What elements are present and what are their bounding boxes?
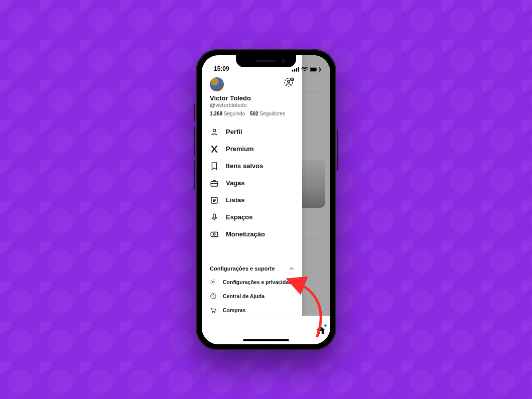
svg-rect-13 — [213, 214, 216, 218]
profile-handle[interactable]: @victorbtoledo — [210, 102, 295, 108]
svg-point-15 — [213, 233, 215, 235]
phone-screen: 15:09 — [202, 55, 330, 344]
navigation-drawer: Victor Toledo @victorbtoledo 1.268 Segui… — [202, 55, 302, 344]
phone-front-camera — [282, 59, 285, 63]
following-label: Seguindo — [224, 111, 245, 116]
followers-count: 502 — [250, 111, 258, 116]
status-right-icons — [292, 67, 321, 72]
home-icon — [315, 329, 326, 337]
svg-rect-3 — [298, 67, 299, 71]
add-account-icon — [284, 77, 295, 90]
submenu-purchases[interactable]: Compras — [210, 303, 295, 317]
money-icon — [210, 230, 219, 239]
menu-item-jobs[interactable]: Vagas — [210, 175, 295, 192]
bookmark-icon — [210, 162, 219, 171]
svg-rect-1 — [294, 69, 295, 71]
svg-point-16 — [212, 281, 214, 283]
menu-label: Premium — [226, 145, 254, 153]
menu-label: Itens salvos — [226, 162, 263, 170]
followers-label: Seguidores — [260, 111, 286, 116]
briefcase-icon — [210, 179, 219, 188]
svg-point-18 — [213, 297, 214, 298]
svg-rect-14 — [211, 232, 218, 236]
x-logo-icon — [210, 145, 219, 154]
svg-rect-6 — [320, 68, 321, 70]
microphone-icon — [210, 213, 219, 222]
followers-stat[interactable]: 502 Seguidores — [250, 111, 285, 116]
notification-dot — [324, 324, 327, 327]
settings-support-toggle[interactable]: Configurações e suporte — [210, 262, 295, 275]
signal-icon — [292, 67, 299, 72]
phone-volume-up — [194, 127, 195, 156]
profile-name[interactable]: Victor Toledo — [210, 94, 295, 102]
submenu-label: Compras — [223, 307, 246, 313]
add-account-button[interactable] — [283, 77, 295, 89]
chevron-up-icon — [288, 265, 295, 272]
app-root: Para você prom ESSA use o — [202, 55, 330, 344]
menu-label: Listas — [226, 196, 245, 204]
battery-icon — [310, 67, 321, 72]
svg-point-8 — [288, 80, 290, 82]
svg-rect-11 — [211, 182, 218, 186]
submenu-label: Configurações e privacidade — [223, 279, 295, 285]
menu-label: Espaços — [226, 213, 252, 221]
phone-power-button — [337, 129, 338, 171]
status-time: 15:09 — [212, 65, 229, 72]
svg-rect-5 — [311, 67, 317, 71]
submenu-label: Central de Ajuda — [223, 293, 264, 299]
menu-item-profile[interactable]: Perfil — [210, 123, 295, 141]
phone-speaker — [256, 60, 276, 62]
phone-volume-down — [194, 161, 195, 190]
menu-label: Perfil — [226, 128, 242, 136]
stage: 15:09 — [0, 0, 532, 399]
list-icon — [210, 196, 219, 205]
menu-item-premium[interactable]: Premium — [210, 141, 295, 158]
menu-label: Vagas — [226, 179, 245, 187]
svg-rect-0 — [292, 70, 293, 72]
help-icon — [210, 293, 217, 300]
follow-stats: 1.268 Seguindo 502 Seguidores — [210, 111, 295, 116]
phone-notch — [236, 55, 296, 67]
svg-point-10 — [213, 129, 215, 131]
svg-point-19 — [212, 312, 213, 313]
menu-label: Monetização — [226, 230, 265, 238]
svg-rect-2 — [296, 68, 297, 72]
home-indicator — [243, 339, 289, 341]
gear-icon — [210, 279, 217, 286]
drawer-menu: Perfil Premium — [210, 123, 295, 243]
submenu-help-center[interactable]: Central de Ajuda — [210, 289, 295, 303]
phone-frame: 15:09 — [196, 49, 336, 350]
wifi-icon — [301, 67, 308, 72]
nav-home[interactable] — [315, 325, 326, 336]
avatar[interactable] — [210, 77, 224, 91]
submenu-settings-privacy[interactable]: Configurações e privacidade — [210, 275, 295, 289]
following-count: 1.268 — [210, 111, 222, 116]
menu-item-bookmarks[interactable]: Itens salvos — [210, 158, 295, 175]
phone-mute-switch — [194, 104, 195, 121]
profile-icon — [210, 127, 219, 137]
menu-item-lists[interactable]: Listas — [210, 192, 295, 209]
cart-icon — [210, 307, 217, 314]
menu-item-spaces[interactable]: Espaços — [210, 209, 295, 226]
following-stat[interactable]: 1.268 Seguindo — [210, 111, 245, 116]
settings-support-label: Configurações e suporte — [210, 265, 275, 272]
svg-point-20 — [214, 312, 215, 313]
menu-item-monetization[interactable]: Monetização — [210, 226, 295, 243]
